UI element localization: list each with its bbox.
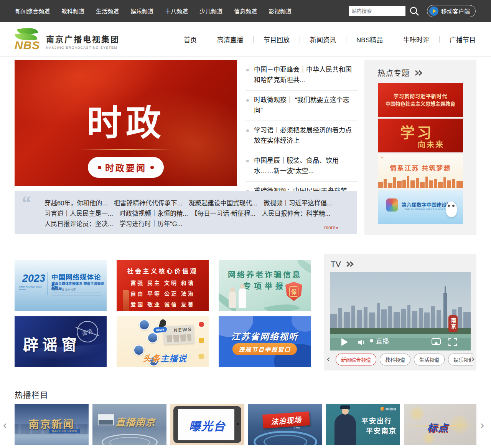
program-thumb-nanjing-news[interactable]: 南京新闻 NANJING NEWS bbox=[15, 404, 89, 445]
nanjing-seal: 南京 bbox=[448, 315, 458, 332]
search-icon[interactable] bbox=[408, 5, 421, 17]
fullscreen-icon[interactable] bbox=[448, 338, 457, 346]
logo-names: 南京广播电视集团 NANJING BROADCASTING SYSTEM bbox=[46, 33, 120, 52]
nav-hd-live[interactable]: 高清直播 bbox=[207, 35, 253, 44]
program-title: 曝光台 bbox=[170, 417, 244, 434]
promo-card-violation-report[interactable]: 江苏省网络视听 违规节目举报窗口 bbox=[219, 316, 311, 367]
ticker-links[interactable]: 穿越60年，你和他的... 把雷锋精神代代传承下... 凝聚起建设中国式现代..… bbox=[44, 198, 342, 229]
hero-banner[interactable]: 时政 时政要闻 bbox=[15, 60, 237, 186]
double-chevron-icon[interactable] bbox=[346, 261, 355, 267]
headline-item[interactable]: 学习语｜必须把发展经济的着力点放在实体经济上 bbox=[246, 121, 358, 151]
newspaper-masthead: NEWS bbox=[174, 326, 192, 333]
live-video-player[interactable]: 直播 南京 bbox=[330, 272, 471, 350]
nbs-logo[interactable]: NBS 南京广播电视集团 NANJING BROADCASTING SYSTEM bbox=[15, 26, 120, 52]
newspaper-graphic: NEWS bbox=[163, 325, 194, 345]
topic-text: THE 6th DIGITAL CHINA SUMMIT bbox=[405, 208, 445, 210]
nav-home[interactable]: 首页 bbox=[174, 35, 207, 44]
program-thumb-punctuation[interactable]: 标点 bbox=[404, 404, 476, 445]
forum-en: CHINA INTERNET MEDIA FORUM bbox=[19, 286, 42, 291]
channel-logo-icon bbox=[381, 407, 384, 411]
forum-fineprint bbox=[51, 293, 101, 301]
quote-icon: “ bbox=[21, 192, 31, 214]
logo-name-cn: 南京广播电视集团 bbox=[46, 33, 120, 45]
programs-next-arrow[interactable]: › bbox=[480, 418, 484, 431]
section-divider bbox=[15, 239, 476, 239]
channels-prev-arrow[interactable]: ‹ bbox=[327, 354, 330, 364]
report-badge: 违规节目举报窗口 bbox=[232, 343, 297, 355]
tv-channel-pill-life[interactable]: 生活频道 bbox=[414, 354, 445, 365]
report-title: 江苏省网络视听 bbox=[219, 329, 311, 342]
cast-icon[interactable] bbox=[432, 338, 441, 346]
tv-channel-pill-news[interactable]: 新闻综合频道 bbox=[336, 354, 376, 365]
program-thumb-safe-travel[interactable]: 平安出行 平安南京 教科频道 bbox=[326, 404, 400, 445]
program-thumb-expose[interactable]: 曝光台 bbox=[170, 404, 244, 445]
program-thumb-law-scene[interactable]: 法治现场 V-law bbox=[248, 404, 322, 445]
more-link[interactable]: more» bbox=[324, 225, 338, 230]
promo-card-rumor-window[interactable]: 辟谣窗 谣言 bbox=[15, 316, 107, 367]
bokeh-decoration bbox=[410, 407, 424, 421]
shield-label: 保 bbox=[289, 286, 298, 297]
nav-radio[interactable]: 广播节目 bbox=[440, 35, 476, 44]
bullet-icon bbox=[246, 160, 249, 162]
channel-link-info[interactable]: 信息频道 bbox=[234, 7, 257, 15]
logo-name-en: NANJING BROADCASTING SYSTEM bbox=[46, 46, 120, 50]
elder-figure bbox=[229, 291, 236, 308]
hot-topics-panel: 热点专题 学习贯彻习近平新时代 中国特色社会主义思想主题教育 学习 向未来 ❖ … bbox=[364, 60, 476, 235]
title-part-a: 头条 bbox=[143, 354, 160, 364]
values-title: 社会主义核心价值观 bbox=[117, 266, 209, 275]
tv-header: TV bbox=[324, 254, 476, 273]
program-title: 标点 bbox=[427, 420, 448, 434]
headline-item[interactable]: 时政微观察｜ “我们就要立这个志向” bbox=[246, 91, 358, 121]
leaf-decoration bbox=[264, 299, 300, 311]
topic-card-digital-summit[interactable]: 第六届数字中国建设峰会 THE 6th DIGITAL CHINA SUMMIT bbox=[378, 190, 463, 224]
double-chevron-icon[interactable] bbox=[414, 70, 423, 76]
rumor-title: 辟谣窗 bbox=[23, 332, 81, 355]
promo-card-anchor-talk[interactable]: NEWS news 头条主播说 bbox=[117, 316, 209, 367]
search-input[interactable] bbox=[349, 6, 405, 16]
headline-text: 时政微观察｜ “我们就要立这个志向” bbox=[254, 96, 349, 114]
channel-link-entertainment[interactable]: 娱乐频道 bbox=[130, 7, 153, 15]
promo-card-media-forum[interactable]: 2023 CHINA INTERNET MEDIA FORUM 中国网络媒体论坛… bbox=[15, 260, 107, 311]
thumb-icon bbox=[199, 338, 204, 343]
nbs-logo-icon: NBS bbox=[15, 26, 42, 52]
tv-channel-pill-entertainment[interactable]: 娱乐频道 bbox=[448, 354, 473, 365]
play-button[interactable] bbox=[341, 338, 348, 346]
topic-card-theme-education[interactable]: 学习贯彻习近平新时代 中国特色社会主义思想主题教育 bbox=[378, 83, 463, 117]
channel-link-news[interactable]: 新闻综合频道 bbox=[15, 7, 50, 15]
forum-date: 4月21-22日 江苏·南京 bbox=[51, 287, 76, 291]
mobile-app-button[interactable]: 移动客户端 bbox=[427, 5, 476, 17]
tv-channel-pill-education[interactable]: 教科频道 bbox=[380, 354, 410, 365]
nav-news[interactable]: 新闻资讯 bbox=[300, 35, 346, 44]
channel-link-education[interactable]: 教科频道 bbox=[61, 7, 84, 15]
nav-replay[interactable]: 节目回放 bbox=[254, 35, 300, 44]
programs-prev-arrow[interactable]: ‹ bbox=[3, 418, 7, 431]
skyline-graphic bbox=[378, 175, 463, 188]
title-part-b: 主播说 bbox=[160, 354, 187, 364]
promo-card-core-values[interactable]: 社会主义核心价值观 富强 民主 文明 和谐 自由 平等 公正 法治 爱国 敬业 … bbox=[117, 260, 209, 311]
headline-item[interactable]: 中国－中亚峰会｜中华人民共和国和哈萨克斯坦共... bbox=[246, 60, 358, 91]
banner-badge-label: 时政要闻 bbox=[105, 161, 147, 174]
program-title-line1: 平安出行 bbox=[361, 415, 392, 425]
promo-card-fraud-report[interactable]: 网络养老诈骗信息 专项举报 保 bbox=[219, 260, 311, 311]
channel-logo-label: 教科频道 bbox=[386, 407, 396, 411]
nav-niuka-review[interactable]: 牛咔时评 bbox=[393, 35, 439, 44]
hot-programs-title: 热播栏目 bbox=[15, 388, 48, 400]
headline-item[interactable]: 中国星辰｜服装、食品、饮用水……新一波“太空... bbox=[246, 151, 358, 182]
channel-link-life[interactable]: 生活频道 bbox=[96, 7, 119, 15]
channels-next-arrow[interactable]: › bbox=[471, 354, 475, 364]
channel-link-18[interactable]: 十八频道 bbox=[165, 7, 188, 15]
live-indicator: 直播 bbox=[370, 336, 389, 346]
nav-nbs-premium[interactable]: NBS精品 bbox=[346, 35, 393, 44]
channel-pills: 新闻综合频道 教科频道 生活频道 娱乐频道 bbox=[336, 354, 473, 365]
newspaper-columns bbox=[166, 334, 191, 342]
inset-photo bbox=[98, 414, 114, 425]
monument-graphic bbox=[123, 290, 129, 311]
channel-link-kids[interactable]: 少儿频道 bbox=[199, 7, 222, 15]
program-thumb-live-nanjing[interactable]: 直播南京 bbox=[92, 404, 166, 445]
program-title: 法治现场 bbox=[270, 414, 302, 427]
topic-card-jiangsu-dream[interactable]: ❖ 情系江苏 共筑梦想 bbox=[378, 154, 463, 188]
live-label: 直播 bbox=[376, 336, 389, 346]
topic-card-study-future[interactable]: 学习 向未来 bbox=[378, 119, 463, 152]
volume-icon[interactable] bbox=[358, 339, 366, 346]
channel-link-movies[interactable]: 影视频道 bbox=[269, 7, 292, 15]
